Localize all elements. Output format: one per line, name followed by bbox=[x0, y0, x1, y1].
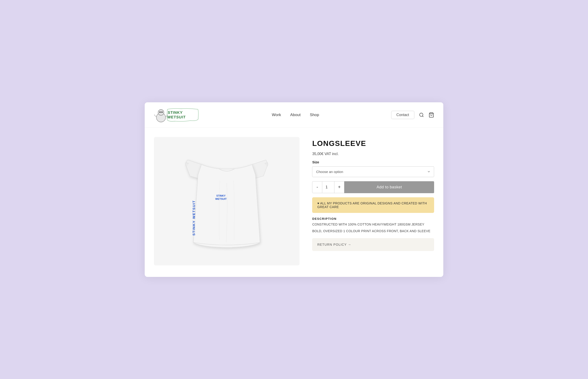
nav-shop[interactable]: Shop bbox=[310, 113, 319, 117]
svg-text:STINKY: STINKY bbox=[168, 110, 183, 114]
svg-rect-2 bbox=[159, 111, 161, 113]
notice-banner: ♥ ALL MY PRODUCTS ARE ORIGINAL DESIGNS A… bbox=[312, 197, 434, 213]
svg-line-8 bbox=[422, 116, 423, 117]
quantity-add-row: - + Add to basket bbox=[312, 181, 434, 193]
main-nav: Work About Shop bbox=[272, 113, 319, 117]
quantity-plus-button[interactable]: + bbox=[334, 181, 344, 193]
quantity-minus-button[interactable]: - bbox=[312, 181, 322, 193]
svg-text:STINKY: STINKY bbox=[216, 194, 226, 197]
product-image-area: STINKY WETSUIT STINKY WETSUIT bbox=[154, 137, 300, 266]
site-header: STINKY WETSUIT Work About Shop Contact bbox=[145, 102, 443, 128]
logo-area[interactable]: STINKY WETSUIT bbox=[154, 107, 200, 123]
search-button[interactable] bbox=[419, 112, 424, 117]
product-title: LONGSLEEVE bbox=[312, 139, 434, 148]
contact-button[interactable]: Contact bbox=[391, 111, 414, 119]
notice-heart-icon: ♥ bbox=[317, 201, 319, 205]
svg-text:WETSUIT: WETSUIT bbox=[215, 198, 227, 200]
notice-text: ALL MY PRODUCTS ARE ORIGINAL DESIGNS AND… bbox=[317, 201, 427, 209]
size-section: Size Choose an option XS S M L XL XXL bbox=[312, 160, 434, 177]
return-policy-button[interactable]: RETURN POLICY → bbox=[312, 238, 434, 251]
product-details: LONGSLEEVE 35,00€ VAT incl. Size Choose … bbox=[300, 137, 434, 266]
product-price: 35,00€ VAT incl. bbox=[312, 152, 434, 156]
size-select[interactable]: Choose an option XS S M L XL XXL bbox=[312, 166, 434, 177]
nav-about[interactable]: About bbox=[290, 113, 301, 117]
svg-point-1 bbox=[158, 110, 164, 115]
basket-icon bbox=[429, 112, 434, 118]
search-icon bbox=[419, 112, 424, 117]
site-card: STINKY WETSUIT Work About Shop Contact bbox=[145, 102, 443, 277]
description-line-2: BOLD, OVERSIZED 1 COLOUR PRINT ACROSS FR… bbox=[312, 228, 434, 234]
nav-work[interactable]: Work bbox=[272, 113, 281, 117]
basket-button[interactable] bbox=[429, 112, 434, 118]
page-background: STINKY WETSUIT Work About Shop Contact bbox=[0, 0, 588, 379]
main-content: STINKY WETSUIT STINKY WETSUIT bbox=[145, 128, 443, 277]
svg-rect-3 bbox=[161, 111, 163, 113]
quantity-input[interactable] bbox=[322, 181, 334, 193]
size-label: Size bbox=[312, 160, 434, 164]
svg-text:STINKY WETSUIT: STINKY WETSUIT bbox=[192, 200, 196, 235]
add-to-basket-button[interactable]: Add to basket bbox=[344, 181, 434, 193]
shirt-svg: STINKY WETSUIT STINKY WETSUIT bbox=[183, 148, 270, 254]
header-actions: Contact bbox=[391, 111, 434, 119]
product-image: STINKY WETSUIT STINKY WETSUIT bbox=[154, 137, 300, 266]
site-logo: STINKY WETSUIT bbox=[154, 107, 200, 123]
description-line-1: CONSTRUCTED WITH 100% COTTON HEAVYWEIGHT… bbox=[312, 222, 434, 227]
description-title: DESCRIPTION bbox=[312, 217, 434, 221]
description-section: DESCRIPTION CONSTRUCTED WITH 100% COTTON… bbox=[312, 217, 434, 234]
svg-point-7 bbox=[420, 113, 423, 116]
svg-text:WETSUIT: WETSUIT bbox=[167, 115, 185, 119]
